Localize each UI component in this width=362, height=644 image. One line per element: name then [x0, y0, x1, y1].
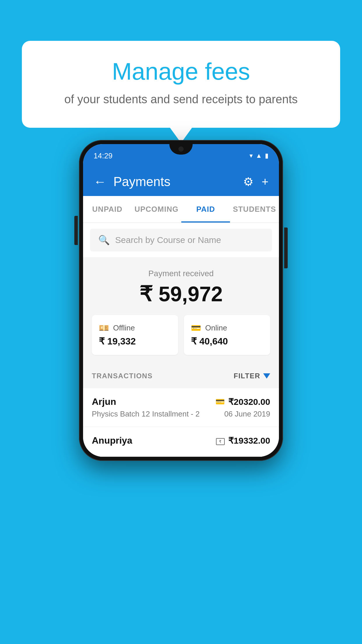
wifi-icon: ▾	[249, 152, 253, 160]
offline-amount: ₹ 19,332	[99, 336, 171, 347]
tab-students[interactable]: STUDENTS	[230, 196, 279, 223]
transaction-amount-2: ₹19332.00	[228, 435, 270, 446]
camera-notch	[178, 146, 184, 152]
status-bar: 14:29 ▾ ▲ ▮	[83, 144, 279, 167]
transaction-top-2: Anupriya ₹ ₹19332.00	[92, 435, 270, 446]
app-bar-left: ← Payments	[94, 174, 171, 189]
search-box[interactable]: 🔍 Search by Course or Name	[90, 229, 272, 251]
back-button[interactable]: ←	[94, 174, 106, 189]
online-amount: ₹ 40,640	[191, 336, 263, 347]
speech-bubble: Manage fees of your students and send re…	[22, 41, 340, 128]
payment-total: ₹ 59,972	[92, 282, 270, 306]
transactions-label: TRANSACTIONS	[92, 372, 153, 380]
rupee-box-icon: ₹	[216, 438, 225, 445]
transaction-row[interactable]: Arjun 💳 ₹20320.00 Physics Batch 12 Insta…	[83, 388, 279, 427]
phone-screen: 14:29 ▾ ▲ ▮ ← Payments ⚙ +	[83, 144, 279, 457]
transaction-amount-1: ₹20320.00	[228, 397, 270, 407]
online-payment-card: 💳 Online ₹ 40,640	[184, 315, 270, 355]
settings-button[interactable]: ⚙	[243, 175, 254, 188]
transaction-row[interactable]: Anupriya ₹ ₹19332.00	[83, 427, 279, 457]
offline-label: Offline	[113, 323, 135, 332]
payment-cards: 💴 Offline ₹ 19,332 💳 Online ₹ 40,640	[92, 315, 270, 355]
tab-unpaid[interactable]: UNPAID	[83, 196, 131, 223]
transaction-course-1: Physics Batch 12 Installment - 2	[92, 410, 200, 419]
app-bar-actions: ⚙ +	[243, 175, 268, 188]
search-input[interactable]: Search by Course or Name	[115, 235, 221, 245]
tab-paid[interactable]: PAID	[181, 196, 230, 223]
phone-outer: 14:29 ▾ ▲ ▮ ← Payments ⚙ +	[79, 140, 283, 461]
speech-bubble-container: Manage fees of your students and send re…	[22, 41, 340, 128]
payment-received-label: Payment received	[92, 269, 270, 278]
speech-bubble-title: Manage fees	[45, 58, 317, 85]
offline-icon: 💴	[99, 323, 109, 333]
online-card-header: 💳 Online	[191, 323, 263, 333]
app-bar-title: Payments	[113, 174, 171, 189]
speech-bubble-subtitle: of your students and send receipts to pa…	[45, 91, 317, 107]
tabs-bar: UNPAID UPCOMING PAID STUDENTS	[83, 196, 279, 223]
tab-upcoming[interactable]: UPCOMING	[131, 196, 181, 223]
offline-payment-card: 💴 Offline ₹ 19,332	[92, 315, 178, 355]
filter-label: FILTER	[234, 372, 260, 380]
online-icon: 💳	[191, 323, 201, 333]
online-label: Online	[205, 323, 227, 332]
notch-cutout	[169, 144, 193, 155]
transaction-card-icon-1: 💳	[215, 397, 225, 406]
app-bar: ← Payments ⚙ +	[83, 167, 279, 196]
transaction-name-1: Arjun	[92, 396, 116, 407]
signal-icon: ▲	[256, 152, 262, 160]
search-container: 🔍 Search by Course or Name	[83, 223, 279, 257]
add-button[interactable]: +	[262, 175, 268, 188]
status-icons: ▾ ▲ ▮	[249, 152, 268, 160]
transaction-cash-icon-2: ₹	[216, 436, 225, 445]
filter-button[interactable]: FILTER	[234, 372, 270, 380]
transaction-amount-row-2: ₹ ₹19332.00	[216, 435, 270, 446]
filter-icon	[263, 373, 270, 379]
payment-summary: Payment received ₹ 59,972 💴 Offline ₹ 19…	[83, 257, 279, 364]
transaction-bottom-1: Physics Batch 12 Installment - 2 06 June…	[92, 410, 270, 419]
search-icon: 🔍	[98, 235, 110, 246]
status-time: 14:29	[94, 151, 113, 160]
transaction-date-1: 06 June 2019	[224, 410, 270, 419]
transactions-header: TRANSACTIONS FILTER	[83, 364, 279, 388]
offline-card-header: 💴 Offline	[99, 323, 171, 333]
transaction-amount-row-1: 💳 ₹20320.00	[215, 397, 270, 407]
transaction-top-1: Arjun 💳 ₹20320.00	[92, 396, 270, 407]
battery-icon: ▮	[265, 152, 268, 160]
transaction-name-2: Anupriya	[92, 435, 132, 446]
phone-wrapper: 14:29 ▾ ▲ ▮ ← Payments ⚙ +	[79, 140, 283, 461]
